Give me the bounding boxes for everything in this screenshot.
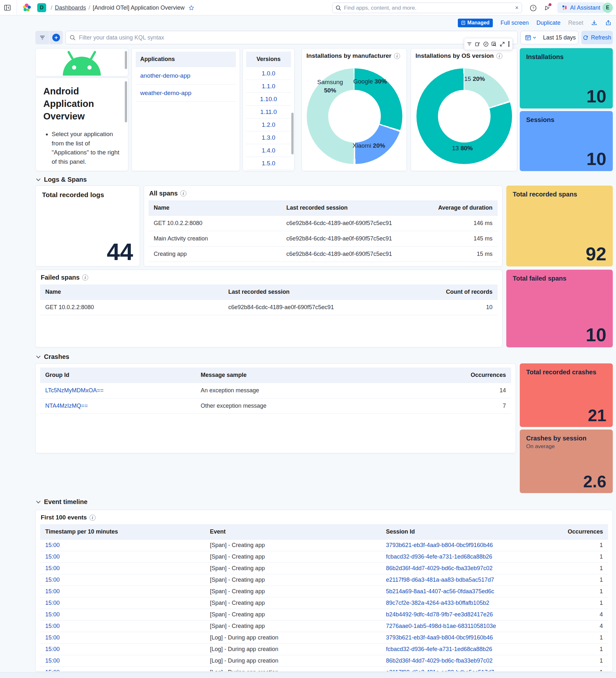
project-badge[interactable]: D xyxy=(37,3,46,12)
global-search[interactable]: × xyxy=(332,3,522,13)
session-id-link[interactable]: 7276aae0-1ab5-498d-b1ae-68311058103e xyxy=(386,623,496,629)
table-row[interactable]: Creating app c6e92b84-6cdc-4189-ae0f-690… xyxy=(149,247,498,262)
duplicate-button[interactable]: Duplicate xyxy=(536,20,561,26)
expand-icon[interactable] xyxy=(499,41,505,47)
column-header[interactable]: Event xyxy=(205,528,381,535)
share-button[interactable] xyxy=(605,20,612,26)
column-header[interactable]: Session Id xyxy=(381,528,563,535)
version-list-item[interactable]: 1.10.0 xyxy=(246,93,291,106)
version-list-item[interactable]: 1.2.0 xyxy=(246,118,291,131)
table-row[interactable]: NTA4MzIzMQ== Other exception message 7 xyxy=(40,399,511,414)
timestamp-link[interactable]: 15:00 xyxy=(45,623,60,629)
scrollbar[interactable] xyxy=(125,51,127,69)
info-icon[interactable]: i xyxy=(180,190,187,196)
timestamp-link[interactable]: 15:00 xyxy=(45,576,60,583)
date-picker-button[interactable] xyxy=(521,31,541,44)
timestamp-link[interactable]: 15:00 xyxy=(45,646,60,652)
inspect-icon[interactable] xyxy=(491,41,497,47)
clear-search-icon[interactable]: × xyxy=(515,4,519,11)
full-screen-button[interactable]: Full screen xyxy=(500,20,529,26)
version-list-item[interactable]: 1.5.0 xyxy=(246,157,291,170)
section-logs-spans[interactable]: Logs & Spans xyxy=(36,176,87,183)
version-link[interactable]: 1.10.0 xyxy=(260,96,277,103)
session-id-link[interactable]: 3793b621-eb3f-4aa9-b804-0bc9f9160b46 xyxy=(386,634,493,641)
breadcrumb-dashboards[interactable]: Dashboards xyxy=(55,4,86,11)
column-header[interactable]: Name xyxy=(149,204,281,211)
timestamp-link[interactable]: 15:00 xyxy=(45,600,60,606)
timestamp-link[interactable]: 15:00 xyxy=(45,588,60,595)
session-id-link[interactable]: 89c7cf2e-382a-4264-a433-b0ffafb105b2 xyxy=(386,600,489,606)
reset-button[interactable]: Reset xyxy=(568,20,583,26)
version-link[interactable]: 1.5.0 xyxy=(262,160,275,167)
session-id-link[interactable]: 86b2d36f-4dd7-4029-bd6c-fba33eb97c02 xyxy=(386,657,492,664)
add-filter-button[interactable]: + xyxy=(49,31,63,44)
timestamp-link[interactable]: 15:00 xyxy=(45,669,60,672)
version-list-item[interactable]: 1.1.0 xyxy=(246,80,291,93)
version-link[interactable]: 1.11.0 xyxy=(260,109,277,116)
table-row[interactable]: 15:00 [Log] - During app creation 3793b6… xyxy=(40,632,608,644)
version-link[interactable]: 1.3.0 xyxy=(262,134,275,141)
help-button[interactable]: ? xyxy=(528,3,538,13)
refresh-button[interactable]: Refresh xyxy=(581,31,613,44)
column-header[interactable]: Occurrences xyxy=(563,528,608,535)
timestamp-link[interactable]: 15:00 xyxy=(45,634,60,641)
user-avatar[interactable]: E xyxy=(603,3,613,13)
table-row[interactable]: Main Activity creation c6e92b84-6cdc-418… xyxy=(149,231,498,247)
column-header[interactable]: Count of records xyxy=(415,289,498,295)
crash-group-link[interactable]: LTc5NzMyMDMxOA== xyxy=(45,387,104,393)
panel-menu-icon[interactable] xyxy=(508,41,510,47)
application-list-item[interactable]: another-demo-app xyxy=(136,67,236,84)
application-link[interactable]: another-demo-app xyxy=(140,72,190,79)
session-id-link[interactable]: 86b2d36f-4dd7-4029-bd6c-fba33eb97c02 xyxy=(386,565,492,571)
table-row[interactable]: 15:00 [Log] - During app creation e2117f… xyxy=(40,667,608,672)
timestamp-link[interactable]: 15:00 xyxy=(45,657,60,664)
session-id-link[interactable]: b24b4492-9dfc-4d78-9fb7-ee3d82417e26 xyxy=(386,611,493,618)
column-header[interactable]: Average of duration xyxy=(414,204,498,211)
scrollbar[interactable] xyxy=(291,113,294,154)
info-icon[interactable]: i xyxy=(496,53,502,59)
timestamp-link[interactable]: 15:00 xyxy=(45,565,60,571)
news-button[interactable] xyxy=(542,3,552,13)
table-row[interactable]: 15:00 [Log] - During app creation 86b2d3… xyxy=(40,655,608,667)
ai-assistant-button[interactable]: AI Assistant xyxy=(557,2,605,13)
table-row[interactable]: 15:00 [Span] - Creating app b24b4492-9df… xyxy=(40,609,608,620)
info-icon[interactable]: i xyxy=(89,515,95,521)
session-id-link[interactable]: fcbacd32-d936-4efe-a731-1ed68ca88b26 xyxy=(386,554,492,560)
column-header[interactable]: Message sample xyxy=(195,372,440,378)
table-row[interactable]: 15:00 [Span] - Creating app fcbacd32-d93… xyxy=(40,551,608,563)
total-spans-kpi[interactable]: Total recorded spans 92 xyxy=(506,186,613,266)
info-icon[interactable]: i xyxy=(82,274,88,280)
sessions-kpi[interactable]: Sessions 10 xyxy=(520,111,613,171)
timestamp-link[interactable]: 15:00 xyxy=(45,542,60,548)
session-id-link[interactable]: e2117f98-d6a3-481a-aa83-bdba5ac517d7 xyxy=(386,669,494,672)
download-button[interactable] xyxy=(591,20,598,26)
total-logs-kpi[interactable]: Total recorded logs 44 xyxy=(35,186,140,266)
filter-icon[interactable] xyxy=(467,42,472,46)
explore-icon[interactable] xyxy=(483,41,489,47)
session-id-link[interactable]: fcbacd32-d936-4efe-a731-1ed68ca88b26 xyxy=(386,646,492,652)
version-link[interactable]: 1.0.0 xyxy=(262,70,275,77)
crash-group-link[interactable]: NTA4MzIzMQ== xyxy=(45,403,88,409)
table-row[interactable]: GET 10.0.2.2:8080 c6e92b84-6cdc-4189-ae0… xyxy=(149,216,498,231)
version-list-item[interactable]: 1.4.0 xyxy=(246,144,291,157)
session-id-link[interactable]: e2117f98-d6a3-481a-aa83-bdba5ac517d7 xyxy=(386,576,494,583)
total-crashes-kpi[interactable]: Total recorded crashes 21 xyxy=(520,364,613,427)
column-header[interactable]: Last recorded session xyxy=(281,204,414,211)
table-row[interactable]: 15:00 [Span] - Creating app 5b214a69-8aa… xyxy=(40,586,608,597)
managed-badge[interactable]: Managed xyxy=(458,18,493,27)
annotate-icon[interactable] xyxy=(475,41,480,47)
version-list-item[interactable]: 1.0.0 xyxy=(246,67,291,80)
column-header[interactable]: Occurrences xyxy=(441,372,511,378)
favorite-star-icon[interactable] xyxy=(188,5,195,11)
version-list-item[interactable]: 1.3.0 xyxy=(246,131,291,144)
crashes-by-session-kpi[interactable]: Crashes by session On average 2.6 xyxy=(520,429,613,493)
version-list-item[interactable]: 1.11.0 xyxy=(246,106,291,118)
scrollbar[interactable] xyxy=(125,81,127,122)
installations-kpi[interactable]: Installations 10 xyxy=(520,48,613,109)
time-range-button[interactable]: Last 15 days xyxy=(541,31,578,44)
table-row[interactable]: 15:00 [Span] - Creating app 3793b621-eb3… xyxy=(40,540,608,551)
info-icon[interactable]: i xyxy=(394,53,400,59)
table-row[interactable]: 15:00 [Span] - Creating app 89c7cf2e-382… xyxy=(40,597,608,609)
timestamp-link[interactable]: 15:00 xyxy=(45,611,60,618)
total-failed-spans-kpi[interactable]: Total failed spans 10 xyxy=(506,270,613,347)
